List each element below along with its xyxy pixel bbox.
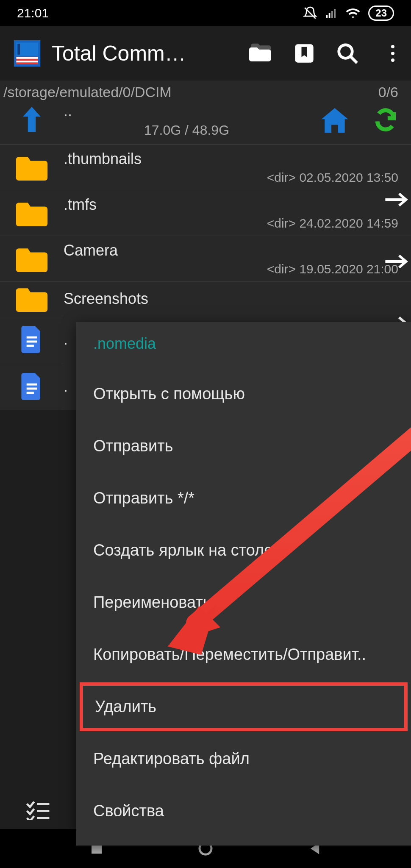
file-name: Camera: [64, 242, 403, 259]
svg-line-13: [350, 56, 357, 63]
svg-point-12: [339, 45, 353, 58]
path-bar[interactable]: /storage/emulated/0/DCIM 0/6: [0, 81, 411, 102]
svg-rect-18: [27, 387, 37, 389]
dnd-icon: [303, 6, 317, 20]
context-menu-item-send-any[interactable]: Отправить */*: [76, 472, 411, 524]
refresh-button[interactable]: [360, 108, 411, 133]
parent-row[interactable]: .. 17.0G / 48.9G: [0, 102, 411, 145]
context-menu-item-send[interactable]: Отправить: [76, 420, 411, 472]
context-menu-title: .nomedia: [76, 322, 411, 368]
selection-counter: 0/6: [378, 84, 398, 100]
document-icon: [0, 326, 64, 353]
svg-rect-16: [27, 345, 34, 347]
current-path: /storage/emulated/0/DCIM: [3, 84, 172, 100]
signal-icon: [325, 7, 338, 19]
svg-rect-4: [334, 9, 336, 18]
list-item[interactable]: Screenshots: [0, 282, 411, 316]
svg-rect-10: [17, 61, 38, 62]
wifi-icon: [345, 7, 361, 19]
svg-rect-9: [17, 57, 38, 59]
folder-icon: [0, 154, 64, 181]
bookmarks-button[interactable]: [292, 42, 316, 65]
context-menu-item-edit[interactable]: Редактировать файл: [76, 733, 411, 785]
panel-arrow-icon[interactable]: [381, 251, 411, 272]
search-button[interactable]: [336, 42, 359, 65]
status-bar: 21:01 23: [0, 0, 411, 26]
svg-rect-2: [329, 13, 330, 18]
list-item[interactable]: Camera <dir> 19.05.2020 21:00: [0, 236, 411, 282]
file-meta: <dir> 19.05.2020 21:00: [64, 262, 403, 276]
svg-rect-17: [27, 384, 37, 386]
folder-icon: [0, 200, 64, 226]
app-bar: Total Comm…: [0, 26, 411, 81]
file-meta: <dir> 02.05.2020 13:50: [64, 170, 403, 185]
overflow-menu-button[interactable]: [379, 42, 403, 65]
list-item[interactable]: .tmfs <dir> 24.02.2020 14:59: [0, 190, 411, 236]
battery-indicator: 23: [368, 6, 394, 21]
context-menu-item-create-shortcut[interactable]: Создать ярлык на столе: [76, 524, 411, 576]
folder-icon: [0, 246, 64, 272]
file-name: Screenshots: [64, 290, 403, 308]
up-arrow-icon: [20, 107, 44, 134]
home-button[interactable]: [309, 108, 360, 133]
svg-rect-15: [27, 340, 37, 342]
folder-picker-button[interactable]: [249, 42, 273, 65]
status-time: 21:01: [17, 6, 49, 20]
panel-switch-arrows: [381, 186, 411, 334]
select-mode-button[interactable]: [0, 791, 76, 829]
context-menu-item-delete[interactable]: Удалить: [78, 681, 409, 733]
file-name: .tmfs: [64, 196, 403, 214]
context-menu-item-properties[interactable]: Свойства: [76, 785, 411, 837]
folder-icon: [0, 286, 64, 312]
svg-rect-14: [27, 337, 37, 339]
panel-arrow-icon[interactable]: [381, 189, 411, 210]
svg-rect-19: [27, 392, 34, 394]
file-name: .thumbnails: [64, 150, 403, 168]
context-menu-item-rename[interactable]: Переименовать: [76, 576, 411, 629]
parent-label: ..: [64, 102, 309, 120]
context-menu: .nomedia Открыть с помощью Отправить Отп…: [76, 322, 411, 846]
svg-rect-3: [331, 11, 333, 18]
svg-rect-1: [326, 15, 328, 18]
list-item[interactable]: .thumbnails <dir> 02.05.2020 13:50: [0, 145, 411, 190]
app-title: Total Comm…: [52, 41, 239, 66]
file-meta: <dir> 24.02.2020 14:59: [64, 216, 403, 231]
context-menu-item-copy-move[interactable]: Копировать/Переместить/Отправит..: [76, 629, 411, 681]
context-menu-item-open-with[interactable]: Открыть с помощью: [76, 368, 411, 420]
storage-info: 17.0G / 48.9G: [64, 122, 309, 138]
document-icon: [0, 373, 64, 400]
svg-rect-7: [17, 44, 20, 54]
app-logo-icon: [13, 39, 42, 68]
